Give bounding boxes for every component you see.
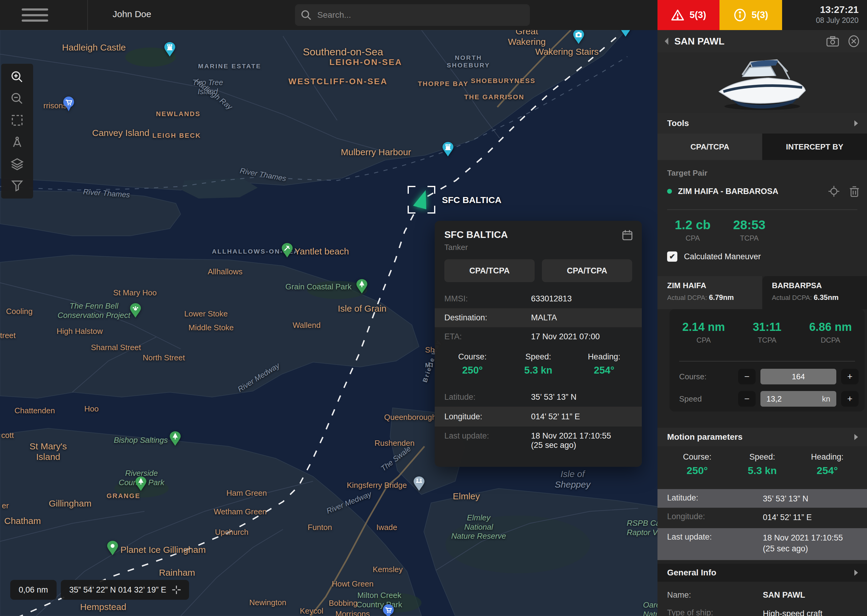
zoom-out-button[interactable] — [1, 88, 33, 110]
checkbox-checked-icon[interactable]: ✔ — [667, 251, 677, 262]
map-pin-wakering-stairs[interactable] — [572, 29, 585, 44]
map-label: NEWLANDS — [156, 110, 200, 118]
tools-label: Tools — [667, 118, 689, 128]
map-label: Morrisons — [335, 610, 370, 616]
destination-label: Destination: — [445, 313, 531, 322]
map-pin-riverside-country-park[interactable] — [135, 476, 147, 492]
motion-speed-value: 5.3 kn — [730, 465, 795, 476]
map-pin-morrisons-west[interactable] — [63, 96, 75, 112]
map-pin-fenn-bell[interactable] — [129, 303, 142, 318]
close-icon[interactable] — [848, 35, 860, 47]
general-info-header[interactable]: General Info — [657, 564, 867, 582]
map-label: Howt Green — [332, 579, 374, 589]
zoom-in-button[interactable] — [1, 66, 33, 88]
selected-vessel-marker[interactable] — [408, 186, 435, 214]
speed-input[interactable]: 13,2kn — [760, 391, 836, 407]
map-label: Sharnal Street — [91, 343, 141, 352]
map-label: NORTH SHOEBURY — [447, 54, 490, 69]
popup-longitude-label: Longitude: — [445, 412, 531, 421]
calendar-icon[interactable] — [621, 229, 634, 244]
course-minus-button[interactable]: − — [738, 369, 756, 384]
delete-pair-icon[interactable] — [849, 185, 860, 197]
calculated-maneuver-checkbox[interactable]: ✔ Calculated Maneuver — [667, 251, 761, 262]
panel-ship-type-value: High-speed craft — [763, 608, 823, 616]
map-pin-hadleigh-castle[interactable] — [164, 41, 176, 57]
target-pair-row[interactable]: ZIM HAIFA - BARBAROSA — [667, 184, 860, 198]
motion-values: Course: 250° Speed: 5.3 kn Heading: 254° — [657, 446, 867, 489]
popup-last-update-label: Last update: — [445, 431, 531, 441]
alarm-warning-badge[interactable]: 5(3) — [657, 0, 719, 30]
popup-row-latitude: Latitude: 35’ 53’ 13” N — [435, 388, 642, 407]
vessel-tab-barbarpsa[interactable]: BARBARPSA Actual DCPA: 6.35nm — [762, 276, 867, 309]
motion-parameters-header[interactable]: Motion parameters — [657, 428, 867, 446]
map-label: LEIGH-ON-SEA — [329, 57, 402, 67]
tab-cpa-tcpa[interactable]: CPA/TCPA — [657, 134, 762, 160]
map-label: Rushenden — [375, 438, 415, 448]
map-label: Hempstead — [80, 602, 126, 612]
map-toolbar — [1, 64, 33, 198]
popup-row-last-update: Last update: 18 Nov 2021 17:10:55 (25 se… — [435, 426, 642, 462]
river-boundary-line — [0, 57, 627, 190]
map-label: Hadleigh Ray — [193, 77, 234, 112]
map-pin-kingsferry-bridge[interactable] — [413, 476, 425, 492]
menu-icon[interactable] — [22, 8, 48, 22]
map-label: treet — [0, 331, 16, 340]
map-label: Southend-on-Sea — [303, 46, 383, 58]
app-root: Southend-on-SeaHadleigh CastleMARINE EST… — [0, 0, 867, 616]
popup-cpa-tcpa-button-1[interactable]: CPA/TCPA — [445, 259, 534, 282]
panel-latitude-value: 35’ 53’ 13” N — [763, 493, 808, 504]
locate-target-icon[interactable] — [827, 185, 840, 198]
speed-plus-button[interactable]: + — [841, 391, 859, 407]
camera-icon[interactable] — [826, 36, 839, 47]
map-label: Upchurch — [215, 528, 248, 537]
speed-minus-button[interactable]: − — [738, 391, 756, 407]
map-label: Cooling — [6, 307, 33, 316]
filter-button[interactable] — [1, 174, 33, 196]
layers-button[interactable] — [1, 153, 33, 174]
vessel-tab-zim-haifa[interactable]: ZIM HAIFA Actual DCPA: 6.79nm — [657, 276, 762, 309]
search-input[interactable] — [316, 9, 524, 20]
map-pin-mulberry-harbour[interactable] — [442, 141, 454, 157]
chevron-right-icon — [854, 120, 859, 127]
map-label: Keycol — [300, 607, 323, 616]
search-box[interactable] — [295, 4, 530, 26]
map-label: Allhallows — [208, 267, 243, 277]
map-pin-planet-ice[interactable] — [107, 540, 118, 556]
map-pin-bishop-saltings[interactable] — [169, 431, 181, 446]
map-label: Yantlet beach — [295, 246, 349, 256]
tab-intercept-by[interactable]: INTERCEPT BY — [762, 134, 867, 160]
course-plus-button[interactable]: + — [841, 369, 859, 384]
course-input[interactable]: 164 — [760, 369, 836, 384]
alarm-info-badge[interactable]: 5(3) — [719, 0, 782, 30]
panel-row-latitude: Latitude: 35’ 53’ 13” N — [657, 489, 867, 508]
map-label: THORPE BAY — [418, 80, 468, 88]
tools-section-header[interactable]: Tools — [657, 113, 867, 134]
map-label: MI — [425, 361, 434, 369]
pair-name: ZIM HAIFA - BARBAROSA — [678, 187, 827, 196]
map-label: LEIGH BECK — [152, 132, 201, 140]
popup-cpa-tcpa-button-2[interactable]: CPA/TCPA — [542, 259, 632, 282]
map-label: GRANGE — [107, 492, 140, 500]
mmsi-value: 633012813 — [531, 294, 572, 303]
select-area-button[interactable] — [1, 110, 33, 131]
map-pin-yantlet-beach[interactable] — [281, 242, 293, 258]
map-label: Two Tree Island — [192, 78, 223, 96]
map-pin-morrisons-south[interactable] — [382, 604, 394, 616]
course-stepper: Course: − 164 + — [679, 369, 859, 384]
chevron-right-icon — [854, 569, 859, 576]
map-label: Kingsferry Bridge — [347, 481, 407, 490]
mmsi-label: MMSI: — [445, 294, 531, 303]
measure-distance-button[interactable] — [1, 131, 33, 153]
map-label: MARINE ESTATE — [198, 63, 261, 70]
back-chevron-icon[interactable] — [664, 37, 670, 46]
map-pin-grain-coastal-park[interactable] — [356, 278, 368, 294]
target-pair-heading: Target Pair — [667, 168, 708, 178]
user-name[interactable]: John Doe — [113, 9, 151, 19]
clock: 13:27:21 08 July 2020 — [782, 0, 867, 30]
vessel-map-label: SFC BALTICA — [442, 195, 501, 205]
map-label: Ham Green — [226, 489, 267, 498]
map-label: Wakering Stairs — [535, 46, 599, 57]
panel-longitude-value: 014’ 52’ 11” E — [763, 512, 812, 523]
popup-motion-block: Course: 250° Speed: 5.3 kn Heading: 254° — [435, 346, 642, 388]
popup-row-mmsi: MMSI: 633012813 — [435, 289, 642, 308]
